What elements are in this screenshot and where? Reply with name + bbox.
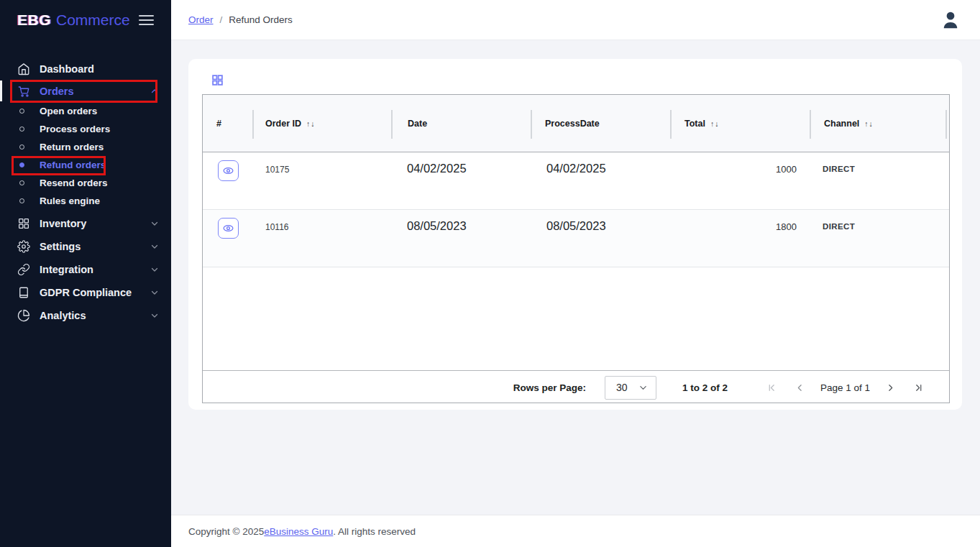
main-area: Order / Refund Orders # Order ID↑↓ Date: [171, 0, 980, 547]
sidebar-item-refund-orders[interactable]: Refund orders: [0, 156, 171, 174]
footer: Copyright © 2025 eBusiness Guru. All rig…: [171, 515, 980, 547]
chevron-down-icon: [150, 219, 159, 228]
menu-toggle-icon[interactable]: [139, 14, 154, 27]
sidebar-item-label: GDPR Compliance: [40, 287, 132, 298]
chevron-down-icon: [150, 311, 159, 320]
sidebar-item-label: Integration: [40, 264, 93, 275]
sidebar-item-label: Settings: [40, 241, 81, 252]
sort-arrows-icon[interactable]: ↑↓: [710, 119, 720, 128]
ebusiness-guru-link[interactable]: eBusiness Guru: [264, 526, 333, 537]
column-header-date: Date: [391, 95, 531, 152]
view-order-eye-icon[interactable]: [218, 218, 239, 239]
pie-chart-icon: [17, 309, 30, 322]
sidebar: EBGCommerce Dashboard Orders: [0, 0, 171, 547]
home-icon: [17, 63, 30, 75]
table-header-row: # Order ID↑↓ Date ProcessDate Total↑↓ Ch…: [203, 95, 949, 152]
sidebar-item-label: Analytics: [40, 310, 86, 321]
brand-logo[interactable]: EBGCommerce: [17, 12, 130, 29]
rows-per-page-select[interactable]: 30: [605, 376, 656, 400]
breadcrumb-separator: /: [220, 14, 223, 25]
column-header-channel[interactable]: Channel↑↓: [810, 95, 949, 152]
chevron-down-icon: [150, 242, 159, 251]
table-cell-process-date: 08/05/2023: [531, 210, 670, 267]
page-content: # Order ID↑↓ Date ProcessDate Total↑↓ Ch…: [171, 40, 980, 515]
breadcrumb-order-link[interactable]: Order: [188, 14, 214, 25]
sidebar-item-label: Orders: [40, 86, 74, 97]
first-page-icon[interactable]: [767, 383, 777, 392]
sort-arrows-icon[interactable]: ↑↓: [864, 119, 874, 128]
column-selector-grid-icon[interactable]: [211, 74, 224, 86]
table-row: 10116 08/05/2023 08/05/2023 1800 DIRECT: [203, 210, 949, 267]
topbar: Order / Refund Orders: [171, 0, 980, 40]
copyright-text: Copyright © 2025: [188, 526, 264, 537]
table-cell-process-date: 04/02/2025: [531, 152, 670, 209]
chevron-up-icon: [150, 87, 159, 96]
rows-per-page-value: 30: [616, 382, 628, 393]
sidebar-item-label: Process orders: [40, 124, 110, 134]
view-order-eye-icon[interactable]: [218, 160, 239, 181]
brand-logo-bold: EBG: [17, 12, 51, 29]
active-item-indicator: [0, 81, 2, 101]
sidebar-item-settings[interactable]: Settings: [0, 235, 171, 258]
sidebar-item-gdpr-compliance[interactable]: GDPR Compliance: [0, 281, 171, 304]
sidebar-nav: Dashboard Orders Open orders Proces: [0, 40, 171, 327]
bullet-icon: [19, 180, 24, 185]
column-header-index: #: [203, 95, 252, 152]
table-cell-channel: DIRECT: [810, 210, 949, 267]
sidebar-item-orders[interactable]: Orders: [0, 80, 171, 102]
sidebar-header: EBGCommerce: [0, 0, 171, 40]
table-cell-date: 08/05/2023: [391, 210, 531, 267]
sort-arrows-icon[interactable]: ↑↓: [306, 119, 316, 128]
gear-icon: [17, 240, 30, 253]
sidebar-item-label: Open orders: [40, 106, 97, 116]
sidebar-item-resend-orders[interactable]: Resend orders: [0, 174, 171, 192]
bullet-icon: [19, 144, 24, 150]
sidebar-item-rules-engine[interactable]: Rules engine: [0, 192, 171, 210]
link-icon: [17, 263, 30, 276]
book-icon: [17, 286, 30, 299]
cart-icon: [17, 85, 30, 98]
table-cell-date: 04/02/2025: [391, 152, 531, 209]
sidebar-item-label: Rules engine: [40, 196, 100, 206]
table-cell-channel: DIRECT: [810, 152, 949, 209]
sidebar-item-inventory[interactable]: Inventory: [0, 212, 171, 235]
rights-text: . All rights reserved: [333, 526, 416, 537]
sidebar-item-analytics[interactable]: Analytics: [0, 304, 171, 327]
bullet-icon: [19, 127, 24, 132]
table-empty-space: [203, 267, 949, 370]
breadcrumb: Order / Refund Orders: [188, 14, 293, 25]
sidebar-item-open-orders[interactable]: Open orders: [0, 102, 171, 120]
column-header-total[interactable]: Total↑↓: [670, 95, 810, 152]
table-cell-total: 1000: [670, 152, 810, 209]
pagination-bar: Rows per Page: 30 1 to 2 of 2: [203, 370, 949, 403]
bullet-icon: [19, 162, 24, 167]
sidebar-item-process-orders[interactable]: Process orders: [0, 120, 171, 138]
table-cell-total: 1800: [670, 210, 810, 267]
sidebar-item-label: Refund orders: [40, 160, 106, 170]
sidebar-item-integration[interactable]: Integration: [0, 258, 171, 281]
user-profile-icon[interactable]: [940, 9, 961, 31]
chevron-down-icon: [639, 384, 647, 392]
table-cell-actions: [203, 152, 252, 209]
table-row: 10175 04/02/2025 04/02/2025 1000 DIRECT: [203, 152, 949, 210]
brand-logo-name: Commerce: [56, 12, 130, 29]
table-cell-order-id: 10116: [252, 210, 391, 267]
bullet-icon: [19, 198, 24, 203]
sidebar-item-dashboard[interactable]: Dashboard: [0, 58, 171, 80]
next-page-icon[interactable]: [886, 383, 895, 392]
pagination-range-text: 1 to 2 of 2: [682, 382, 728, 393]
sidebar-item-label: Dashboard: [40, 63, 94, 75]
grid-icon: [17, 217, 30, 230]
table-cell-order-id: 10175: [252, 152, 391, 209]
sidebar-item-label: Return orders: [40, 142, 104, 152]
page-indicator-text: Page 1 of 1: [820, 382, 870, 393]
sidebar-item-label: Inventory: [40, 218, 86, 229]
breadcrumb-current: Refund Orders: [229, 14, 293, 25]
rows-per-page-label: Rows per Page:: [513, 382, 586, 393]
sidebar-item-return-orders[interactable]: Return orders: [0, 138, 171, 156]
last-page-icon[interactable]: [914, 383, 923, 392]
sidebar-item-label: Resend orders: [40, 178, 108, 188]
table-cell-actions: [203, 210, 252, 267]
previous-page-icon[interactable]: [795, 383, 805, 392]
column-header-order-id[interactable]: Order ID↑↓: [252, 95, 391, 152]
